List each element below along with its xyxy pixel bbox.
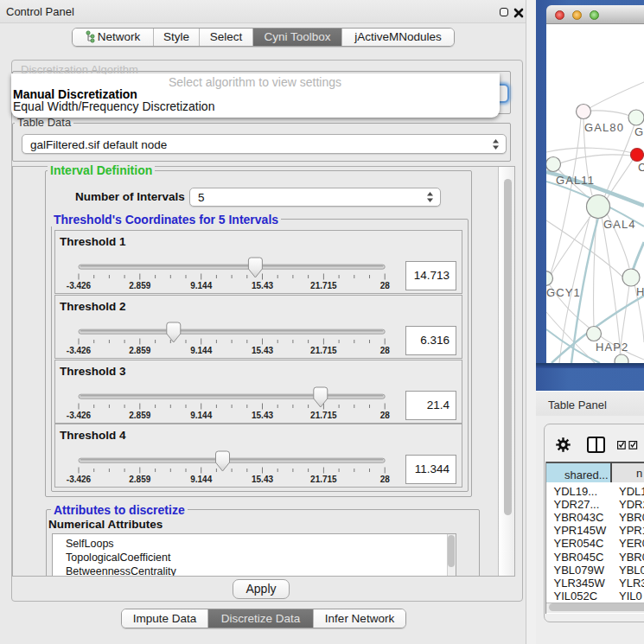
svg-text:9.144: 9.144 — [190, 475, 212, 484]
svg-text:-3.426: -3.426 — [67, 345, 92, 354]
svg-text:15.43: 15.43 — [252, 345, 273, 354]
svg-text:28: 28 — [380, 410, 391, 419]
svg-text:H: H — [636, 285, 644, 298]
svg-text:15.43: 15.43 — [252, 475, 273, 484]
svg-text:28: 28 — [380, 345, 391, 354]
svg-text:GAL80: GAL80 — [584, 121, 624, 134]
svg-text:GCY1: GCY1 — [546, 286, 581, 299]
svg-text:2.859: 2.859 — [129, 475, 150, 484]
svg-text:21.715: 21.715 — [310, 345, 337, 354]
svg-text:2.859: 2.859 — [129, 345, 150, 354]
svg-text:28: 28 — [380, 280, 391, 290]
svg-text:21.715: 21.715 — [310, 280, 337, 290]
svg-text:21.715: 21.715 — [310, 475, 337, 484]
svg-text:-3.426: -3.426 — [67, 280, 92, 290]
svg-text:-3.426: -3.426 — [67, 475, 92, 484]
svg-text:C: C — [638, 161, 644, 174]
svg-text:GAL11: GAL11 — [556, 174, 595, 187]
svg-text:9.144: 9.144 — [190, 345, 212, 354]
svg-text:GAL4: GAL4 — [603, 218, 636, 231]
svg-text:2.859: 2.859 — [129, 410, 150, 419]
svg-text:15.43: 15.43 — [252, 280, 273, 290]
svg-text:9.144: 9.144 — [190, 410, 212, 419]
svg-text:G...: G... — [634, 125, 644, 138]
svg-text:15.43: 15.43 — [252, 410, 273, 419]
svg-text:-3.426: -3.426 — [67, 410, 92, 419]
svg-text:HAP2: HAP2 — [596, 341, 628, 354]
svg-text:2.859: 2.859 — [129, 280, 150, 290]
svg-text:9.144: 9.144 — [190, 280, 212, 290]
svg-text:21.715: 21.715 — [310, 410, 337, 419]
svg-text:28: 28 — [380, 475, 391, 484]
